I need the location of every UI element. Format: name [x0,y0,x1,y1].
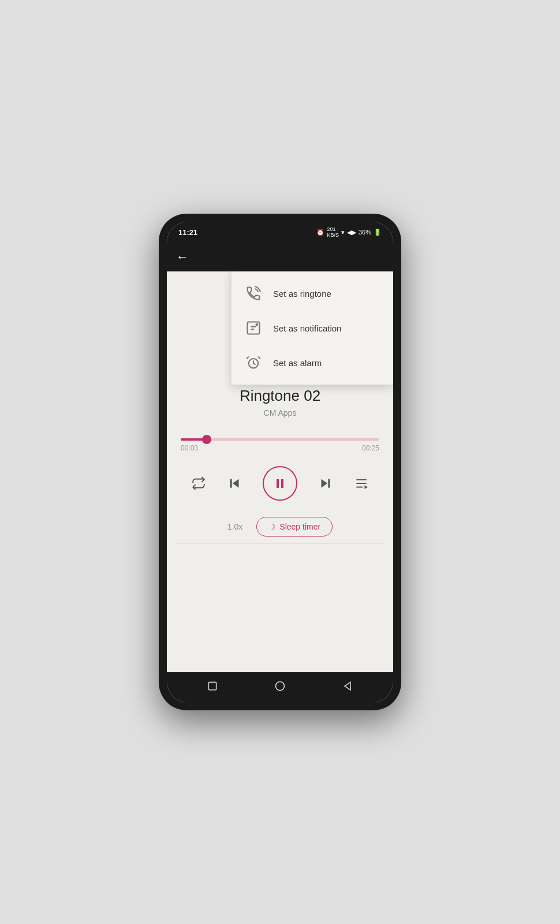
svg-marker-17 [345,682,350,690]
wifi-icon: ▾ [341,229,345,236]
back-button[interactable]: ← [176,249,189,264]
status-icons: ⏰ 201KB/S ▾ ◀▶ 36% 🔋 [316,226,382,238]
alarm-label: Set as alarm [273,358,322,368]
status-time: 11:21 [178,228,197,237]
moon-icon: ☽ [268,522,276,531]
progress-times: 00:03 00:25 [181,444,379,452]
phone-ring-icon [245,285,262,301]
track-artist: CM Apps [178,408,382,418]
menu-item-ringtone[interactable]: Set as ringtone [232,276,393,311]
next-icon [318,476,333,491]
notification-label: Set as notification [273,323,341,333]
data-speed: 201KB/S [327,226,339,238]
phone-frame: 11:21 ⏰ 201KB/S ▾ ◀▶ 36% 🔋 ← [159,214,401,710]
signal-icon: ◀▶ [347,229,356,236]
pause-icon [273,476,287,490]
playback-controls [167,457,393,510]
svg-rect-8 [281,479,283,488]
svg-point-16 [275,681,284,690]
repeat-button[interactable] [191,476,206,491]
svg-rect-15 [208,682,216,690]
nav-home-button[interactable] [274,680,286,695]
speed-label[interactable]: 1.0x [227,522,242,531]
progress-thumb[interactable] [202,435,211,444]
svg-marker-5 [233,479,239,487]
divider [176,543,384,544]
dropdown-menu: Set as ringtone Set as notification [232,271,393,385]
phone-screen: 11:21 ⏰ 201KB/S ▾ ◀▶ 36% 🔋 ← [167,222,393,702]
nav-back-button[interactable] [342,680,353,695]
current-time: 00:03 [181,444,198,452]
sleep-timer-button[interactable]: ☽ Sleep timer [256,517,333,536]
menu-item-notification[interactable]: Set as notification [232,311,393,345]
progress-section: 00:03 00:25 [167,429,393,457]
progress-bar[interactable] [181,438,379,441]
status-bar: 11:21 ⏰ 201KB/S ▾ ◀▶ 36% 🔋 [167,222,393,243]
triangle-icon [342,680,353,692]
alarm-status-icon: ⏰ [316,229,324,236]
svg-rect-6 [230,479,232,487]
playlist-button[interactable] [354,476,369,491]
track-title: Ringtone 02 [178,387,382,405]
nav-square-button[interactable] [207,680,218,695]
notification-icon [245,320,262,336]
content-area: Set as ringtone Set as notification [167,271,393,672]
playlist-icon [354,476,369,491]
alarm-icon [245,355,262,371]
app-bar: ← [167,243,393,271]
repeat-icon [191,476,206,491]
svg-marker-9 [321,479,327,487]
nav-bar [167,672,393,702]
battery-icon: 🔋 [374,229,382,236]
ringtone-label: Set as ringtone [273,289,331,299]
pause-button[interactable] [263,466,297,501]
total-time: 00:25 [362,444,379,452]
next-button[interactable] [318,476,333,491]
prev-icon [227,476,242,491]
prev-button[interactable] [227,476,242,491]
svg-rect-7 [277,479,279,488]
square-icon [207,680,218,692]
sleep-timer-label: Sleep timer [279,522,320,531]
circle-icon [274,680,286,692]
bottom-row: 1.0x ☽ Sleep timer [167,510,393,543]
battery-text: 36% [359,229,371,236]
svg-rect-10 [328,479,330,487]
menu-item-alarm[interactable]: Set as alarm [232,345,393,380]
svg-point-3 [256,323,259,326]
svg-marker-14 [364,485,367,489]
